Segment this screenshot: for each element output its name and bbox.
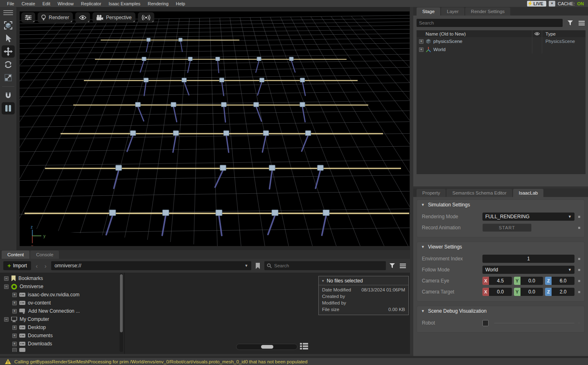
reset-indicator[interactable] (578, 258, 580, 260)
forward-button[interactable]: › (42, 262, 49, 269)
rendering-mode-dropdown[interactable]: FULL_RENDERING ▼ (482, 213, 574, 221)
tab-layer[interactable]: Layer (441, 7, 464, 16)
reset-indicator[interactable] (578, 216, 580, 218)
camera-target-z[interactable]: 2.0 (552, 288, 574, 296)
menu-replicator[interactable]: Replicator (77, 1, 105, 6)
tree-item-desktop[interactable]: + Desktop (0, 323, 124, 331)
menu-create[interactable]: Create (18, 1, 39, 6)
move-tool-button[interactable] (2, 45, 15, 58)
tree-item-omniverse[interactable]: − Omniverse (0, 282, 124, 291)
reset-indicator[interactable] (578, 227, 580, 229)
visibility-button[interactable] (75, 12, 90, 23)
thumbnail-zoom-slider[interactable] (236, 344, 297, 350)
reset-indicator[interactable] (578, 291, 580, 293)
tree-item-add-new-connection[interactable]: + Add New Connection ... (0, 307, 124, 315)
expand-toggle[interactable]: − (4, 276, 9, 281)
tree-item-downloads[interactable]: + Downloads (0, 340, 124, 348)
live-dropdown[interactable]: ▼ (549, 1, 555, 7)
import-button[interactable]: + Import (3, 261, 31, 270)
back-button[interactable]: ‹ (34, 262, 40, 269)
start-button[interactable]: START (482, 224, 532, 232)
tree-item-isaac-dev[interactable]: + isaac-dev.ov.nvidia.com (0, 291, 124, 299)
expand-toggle[interactable]: + (419, 39, 424, 44)
robot-debug-checkbox[interactable] (482, 320, 489, 326)
pause-button[interactable] (2, 102, 15, 114)
expand-toggle[interactable]: − (4, 317, 9, 322)
tree-item-documents[interactable]: + Documents (0, 331, 124, 340)
expand-toggle[interactable]: + (12, 301, 17, 305)
toolbar-grip-icon[interactable] (3, 10, 13, 15)
expand-toggle[interactable]: + (419, 47, 424, 52)
stage-row-world[interactable]: + World (417, 45, 586, 54)
stage-options-button[interactable] (577, 19, 586, 27)
tab-isaaclab[interactable]: IsaacLab (513, 189, 544, 197)
column-name[interactable]: Name (Old to New) (417, 31, 532, 36)
menu-window[interactable]: Window (54, 1, 77, 6)
menu-file[interactable]: File (3, 1, 18, 6)
stage-row-physicsscene[interactable]: + physicsScene PhysicsScene (417, 37, 586, 45)
tab-semantics-schema-editor[interactable]: Semantics Schema Editor (446, 189, 512, 197)
stage-search-input[interactable] (419, 20, 560, 25)
camera-eye-z[interactable]: 6.0 (552, 277, 574, 285)
slider-thumb[interactable] (261, 345, 273, 349)
camera-target-y[interactable]: 0.0 (520, 288, 543, 296)
scrollbar-thumb[interactable] (120, 274, 123, 332)
tab-console[interactable]: Console (30, 251, 59, 259)
reset-indicator[interactable] (578, 280, 580, 282)
chevron-down-icon[interactable]: ▼ (244, 264, 248, 268)
content-options-button[interactable] (399, 262, 407, 270)
stage-tree-header[interactable]: Name (Old to New) Type (417, 30, 586, 37)
camera-eye-y[interactable]: 0.0 (520, 277, 543, 285)
expand-toggle[interactable]: + (12, 342, 17, 346)
file-grid-area[interactable] (125, 273, 318, 354)
menu-help[interactable]: Help (172, 1, 189, 6)
section-header[interactable]: ▼ Scene Debug Visualization (417, 306, 584, 316)
reset-indicator[interactable] (578, 269, 580, 271)
stage-search[interactable] (417, 19, 563, 27)
camera-eye-x[interactable]: 4.5 (489, 277, 512, 285)
tree-scrollbar[interactable] (119, 273, 123, 352)
status-message[interactable]: Calling getBypassRenderSkelMeshProcessin… (14, 359, 307, 364)
environment-index-field[interactable]: 1 (482, 255, 574, 263)
rotate-tool-button[interactable] (2, 58, 15, 71)
select-tool-button[interactable] (2, 32, 15, 45)
live-button[interactable]: LIVE (527, 1, 546, 7)
camera-button[interactable]: Perspective (92, 12, 135, 23)
viewport[interactable]: zyx Renderer (20, 11, 410, 246)
broadcast-button[interactable] (138, 12, 154, 23)
bookmark-button[interactable] (254, 262, 262, 270)
details-header[interactable]: ▾ No files selected (319, 276, 408, 285)
follow-mode-dropdown[interactable]: World ▼ (482, 266, 574, 274)
tab-render-settings[interactable]: Render Settings (465, 7, 510, 16)
path-bar[interactable]: omniverse:// ▼ (51, 261, 251, 270)
menu-edit[interactable]: Edit (39, 1, 54, 6)
tab-content[interactable]: Content (2, 251, 29, 259)
tab-property[interactable]: Property (417, 189, 446, 197)
reset-indicator[interactable] (578, 322, 580, 324)
renderer-button[interactable]: Renderer (38, 12, 73, 23)
frame-select-button[interactable] (2, 19, 15, 31)
content-search-input[interactable] (274, 263, 383, 268)
camera-target-x[interactable]: 0.0 (489, 288, 512, 296)
path-value[interactable]: omniverse:// (54, 263, 244, 269)
tree-item-bookmarks[interactable]: − Bookmarks (0, 274, 124, 282)
tab-stage[interactable]: Stage (417, 7, 440, 16)
column-type[interactable]: Type (542, 30, 586, 37)
section-header[interactable]: ▼ Viewer Settings (417, 242, 584, 252)
viewport-settings-button[interactable] (21, 12, 35, 23)
content-search[interactable] (264, 261, 386, 270)
expand-toggle[interactable]: + (12, 325, 17, 330)
stage-filter-button[interactable] (566, 19, 574, 27)
viewport-canvas[interactable]: zyx (20, 11, 410, 246)
scale-tool-button[interactable] (2, 72, 15, 84)
menu-isaac-examples[interactable]: Isaac Examples (105, 1, 144, 6)
expand-toggle[interactable]: − (4, 284, 9, 289)
tree-item-ov-content[interactable]: + ov-content (0, 299, 124, 307)
menu-rendering[interactable]: Rendering (144, 1, 172, 6)
section-header[interactable]: ▼ Simulation Settings (417, 200, 584, 210)
expand-toggle[interactable]: + (12, 293, 17, 297)
view-mode-button[interactable] (300, 343, 309, 351)
snap-tool-button[interactable] (2, 89, 15, 101)
column-visibility[interactable] (532, 30, 542, 37)
expand-toggle[interactable]: + (12, 334, 17, 338)
